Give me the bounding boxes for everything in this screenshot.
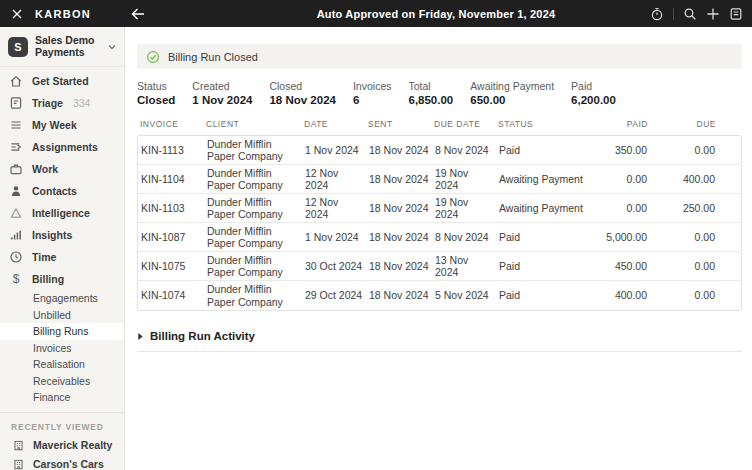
column-header[interactable]: DUE DATE [434,119,498,129]
sidebar-subitem-billing-runs[interactable]: Billing Runs [0,323,124,340]
sidebar-item-insights[interactable]: Insights [0,224,124,246]
sidebar-item-billing[interactable]: $ Billing [0,268,124,290]
cell-due-date: 5 Nov 2024 [435,289,499,302]
column-header[interactable]: SENT [368,119,434,129]
intelligence-icon [9,206,23,220]
cell-due: 0.00 [671,144,741,157]
plus-icon[interactable] [706,7,720,21]
cell-sent: 18 Nov 2024 [369,202,435,215]
sidebar-item-label: Assignments [32,141,98,153]
cell-status: Paid [499,144,599,157]
cell-due: 400.00 [671,173,741,186]
sidebar-divider [0,412,124,413]
cell-paid: 400.00 [599,289,671,302]
sidebar-item-triage[interactable]: Triage 334 [0,92,124,114]
summary-label: Total [408,80,453,92]
summary-stat: Awaiting Payment 650.00 [470,80,554,106]
sidebar-subitem-unbilled[interactable]: Unbilled [0,307,124,324]
back-arrow-icon[interactable] [130,6,146,22]
summary-stat: Total 6,850.00 [408,80,453,106]
cell-sent: 18 Nov 2024 [369,231,435,244]
summary-stat: Status Closed [137,80,175,106]
table-row[interactable]: KIN-1113 Dunder Mifflin Paper Company 1 … [138,136,741,165]
cell-due-date: 19 Nov 2024 [435,196,499,221]
table-row[interactable]: KIN-1104 Dunder Mifflin Paper Company 12… [138,165,741,194]
search-icon[interactable] [683,7,697,21]
table-row[interactable]: KIN-1103 Dunder Mifflin Paper Company 12… [138,194,741,223]
sidebar-subitem-realisation[interactable]: Realisation [0,356,124,373]
cell-paid: 450.00 [599,260,671,273]
billing-run-activity-toggle[interactable]: Billing Run Activity [137,330,742,352]
sidebar-item-get-started[interactable]: Get Started [0,70,124,92]
sidebar-item-work[interactable]: Work [0,158,124,180]
cell-due: 250.00 [671,202,741,215]
sidebar-subitem-finance[interactable]: Finance [0,389,124,406]
summary-value: 6,200.00 [571,94,616,106]
summary-row: Status Closed Created 1 Nov 2024 Closed … [137,80,742,106]
cell-status: Awaiting Payment [499,173,599,186]
cell-date: 30 Oct 2024 [305,260,369,273]
column-header[interactable]: DUE [672,119,742,129]
summary-label: Awaiting Payment [470,80,554,92]
cell-invoice: KIN-1103 [141,202,207,215]
cell-date: 1 Nov 2024 [305,231,369,244]
cell-invoice: KIN-1104 [141,173,207,186]
sidebar-item-my-week[interactable]: My Week [0,114,124,136]
column-header[interactable]: CLIENT [206,119,304,129]
check-circle-icon [146,50,160,64]
table-row[interactable]: KIN-1074 Dunder Mifflin Paper Company 29… [138,281,741,310]
sidebar-subitem-engagements[interactable]: Engagements [0,290,124,307]
summary-label: Closed [269,80,336,92]
sidebar-item-label: Intelligence [32,207,90,219]
cell-date: 12 Nov 2024 [305,167,369,192]
activity-section-label: Billing Run Activity [150,330,255,342]
sidebar-item-label: Insights [32,229,72,241]
cell-due: 0.00 [671,260,741,273]
tenant-switcher[interactable]: S Sales Demo Payments [0,27,124,67]
table-row[interactable]: KIN-1075 Dunder Mifflin Paper Company 30… [138,252,741,281]
recent-item-label: Carson's Cars [33,458,104,470]
contacts-icon [9,184,23,198]
cell-status: Paid [499,289,599,302]
sidebar-item-contacts[interactable]: Contacts [0,180,124,202]
sidebar-subitem-invoices[interactable]: Invoices [0,340,124,357]
recent-item-label: Maverick Realty [33,439,112,451]
cell-client: Dunder Mifflin Paper Company [207,138,305,163]
column-header[interactable]: PAID [598,119,672,129]
recent-item-maverick-realty[interactable]: Maverick Realty [0,436,124,455]
summary-label: Invoices [353,80,392,92]
invoice-table: KIN-1113 Dunder Mifflin Paper Company 1 … [137,135,742,311]
timer-icon[interactable] [650,7,664,21]
sidebar-item-intelligence[interactable]: Intelligence [0,202,124,224]
tenant-name: Sales Demo Payments [35,35,99,58]
close-icon[interactable] [10,7,24,21]
recent-item-carsons-cars[interactable]: Carson's Cars [0,455,124,470]
sidebar-item-label: My Week [32,119,77,131]
cell-client: Dunder Mifflin Paper Company [207,167,305,192]
cell-status: Paid [499,231,599,244]
table-row[interactable]: KIN-1087 Dunder Mifflin Paper Company 1 … [138,223,741,252]
column-header[interactable]: INVOICE [140,119,206,129]
caret-right-icon [137,332,144,341]
cell-status: Paid [499,260,599,273]
column-header[interactable]: DATE [304,119,368,129]
cell-client: Dunder Mifflin Paper Company [207,225,305,250]
sidebar-subitem-receivables[interactable]: Receivables [0,373,124,390]
building-icon [11,457,25,470]
triage-count-badge: 334 [73,97,91,109]
cell-date: 1 Nov 2024 [305,144,369,157]
topbar-actions [650,0,743,27]
column-header[interactable]: STATUS [498,119,598,129]
cell-paid: 0.00 [599,173,671,186]
cell-client: Dunder Mifflin Paper Company [207,283,305,308]
billing-subnav: Engagements Unbilled Billing Runs Invoic… [0,290,124,406]
summary-value: Closed [137,94,175,106]
sidebar-item-assignments[interactable]: Assignments [0,136,124,158]
summary-stat: Closed 18 Nov 2024 [269,80,336,106]
feedback-icon[interactable] [729,7,743,21]
summary-value: 6 [353,94,392,106]
sidebar-item-label: Work [32,163,58,175]
cell-paid: 5,000.00 [599,231,671,244]
sidebar-item-time[interactable]: Time [0,246,124,268]
cell-invoice: KIN-1075 [141,260,207,273]
